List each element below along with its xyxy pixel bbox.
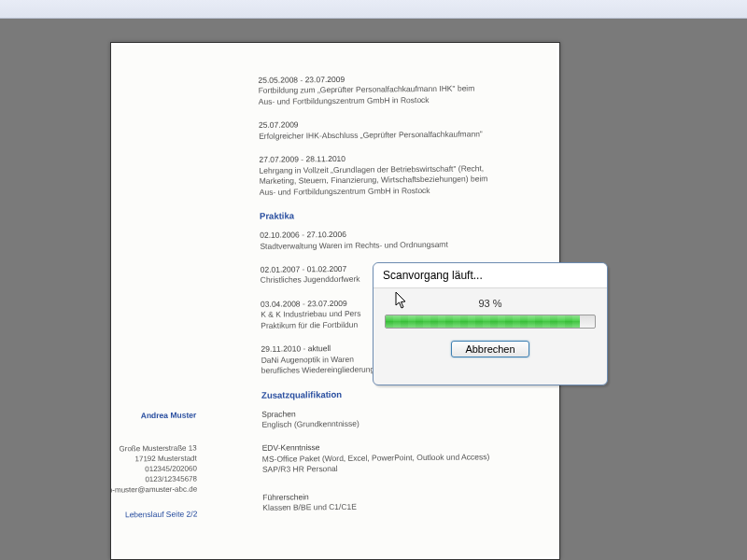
scan-progress-dialog: Scanvorgang läuft... 93 % Abbrechen [373, 262, 608, 385]
doc-entry: Sprachen Englisch (Grundkenntnisse) [261, 407, 504, 431]
entry-line: SAP/R3 HR Personal [262, 463, 505, 476]
entry-line: Erfolgreicher IHK-Abschluss „Geprüfter P… [259, 129, 501, 142]
entry-line: Aus- und Fortbildungszentrum GmbH in Ros… [260, 185, 502, 198]
address-line: an-muster@amuster-abc.de [110, 485, 197, 497]
section-heading-praktika: Praktika [260, 208, 502, 223]
doc-entry: EDV-Kenntnisse MS-Office Paket (Word, Ex… [262, 441, 505, 476]
left-name-label: Andrea Muster [110, 410, 196, 422]
progress-bar [385, 315, 596, 329]
section-heading-zusatz: Zusatzqualifikation [261, 387, 504, 402]
app-header-bar [0, 0, 747, 19]
dialog-title: Scanvorgang läuft... [374, 263, 607, 288]
cancel-button[interactable]: Abbrechen [451, 341, 529, 357]
doc-entry: 25.07.2009 Erfolgreicher IHK-Abschluss „… [259, 119, 501, 143]
doc-entry: 27.07.2009 - 28.11.2010 Lehrgang in Voll… [259, 152, 501, 198]
doc-entry: Führerschein Klassen B/BE und C1/C1E [262, 490, 505, 514]
entry-line: Englisch (Grundkenntnisse) [261, 417, 504, 430]
progress-percent-label: 93 % [385, 298, 596, 309]
doc-entry: 02.10.2006 - 27.10.2006 Stadtverwaltung … [260, 228, 502, 252]
entry-line: Klassen B/BE und C1/C1E [262, 500, 505, 513]
doc-entry: 25.05.2008 - 23.07.2009 Fortbildung zum … [258, 73, 500, 107]
entry-line: Stadtverwaltung Waren im Rechts- und Ord… [260, 239, 502, 252]
dialog-body: 93 % Abbrechen [374, 288, 607, 367]
page-footer-label: Lebenslauf Seite 2/2 [110, 510, 197, 522]
entry-line: Aus- und Fortbildungszentrum GmbH in Ros… [259, 94, 501, 107]
progress-fill [386, 315, 580, 328]
